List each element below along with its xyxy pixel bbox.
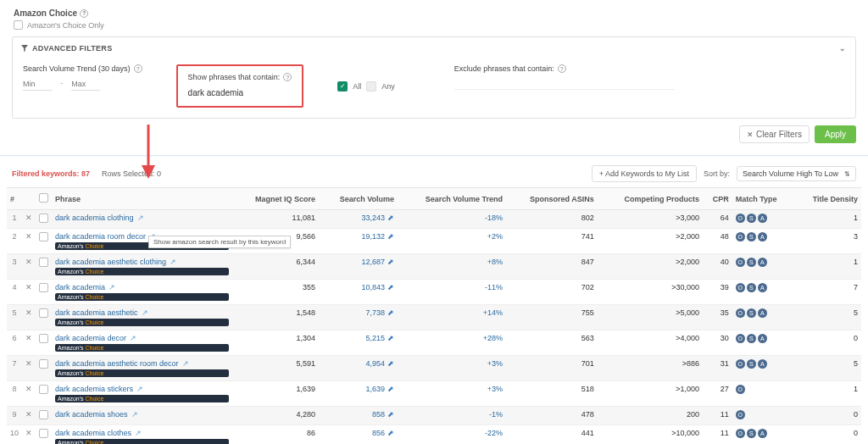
delete-row-button[interactable]: ✕: [22, 330, 36, 356]
delete-row-button[interactable]: ✕: [22, 210, 36, 229]
amazon-choice-only-option[interactable]: Amazon's Choice Only: [14, 20, 856, 30]
delete-row-button[interactable]: ✕: [22, 425, 36, 445]
help-icon[interactable]: ?: [80, 9, 88, 18]
sv-link[interactable]: 19,132 ⬈: [362, 232, 395, 241]
delete-row-button[interactable]: ✕: [22, 229, 36, 254]
cell-sv: 12,687 ⬈: [319, 254, 398, 280]
cell-mt: OSA: [732, 305, 794, 330]
col-cpr[interactable]: CPR: [703, 188, 732, 210]
sv-link[interactable]: 1,639 ⬈: [366, 385, 395, 393]
advanced-filters-toggle[interactable]: ADVANCED FILTERS ⌄: [21, 44, 847, 53]
row-checkbox[interactable]: [36, 280, 52, 305]
sv-link[interactable]: 33,243 ⬈: [362, 214, 395, 222]
help-icon[interactable]: ?: [283, 73, 292, 81]
row-checkbox[interactable]: [36, 407, 52, 425]
cell-comp: >30,000: [598, 280, 703, 305]
keyword-phrase[interactable]: dark academia clothes: [55, 429, 131, 437]
external-link-icon[interactable]: ↗: [108, 283, 115, 291]
row-checkbox[interactable]: [36, 381, 52, 407]
col-iq[interactable]: Magnet IQ Score: [232, 188, 319, 210]
cell-cpr: 11: [703, 425, 732, 445]
help-icon[interactable]: ?: [134, 64, 142, 73]
delete-row-button[interactable]: ✕: [22, 305, 36, 330]
row-checkbox[interactable]: [36, 305, 52, 330]
col-comp[interactable]: Competing Products: [598, 188, 703, 210]
col-num[interactable]: #: [7, 188, 22, 210]
col-mt[interactable]: Match Type: [732, 188, 794, 210]
keyword-phrase[interactable]: dark academia: [55, 283, 105, 291]
row-checkbox[interactable]: [36, 229, 52, 254]
svtrend-max-input[interactable]: [71, 78, 100, 91]
delete-row-button[interactable]: ✕: [22, 407, 36, 425]
col-phrase[interactable]: Phrase: [52, 188, 232, 210]
clear-filters-button[interactable]: ✕ Clear Filters: [739, 125, 810, 143]
cell-iq: 355: [232, 280, 319, 305]
external-link-icon[interactable]: ↗: [170, 258, 176, 266]
row-checkbox[interactable]: [36, 356, 52, 381]
sv-link[interactable]: 858 ⬈: [372, 410, 394, 419]
row-checkbox[interactable]: [36, 210, 52, 229]
col-sv[interactable]: Search Volume: [319, 188, 398, 210]
col-spons[interactable]: Sponsored ASINs: [506, 188, 598, 210]
sv-link[interactable]: 10,843 ⬈: [362, 283, 395, 291]
row-number: 4: [7, 280, 22, 305]
show-phrases-value[interactable]: dark academia: [188, 88, 292, 97]
checkbox-icon[interactable]: [14, 20, 23, 30]
external-link-icon[interactable]: ↗: [142, 308, 148, 317]
keyword-phrase[interactable]: dark academia decor: [55, 334, 126, 342]
table-row: 6✕dark academia decor↗Amazon's Choice1,3…: [7, 330, 861, 356]
apply-button[interactable]: Apply: [815, 125, 856, 143]
external-link-icon[interactable]: ↗: [182, 359, 189, 368]
toggle-all[interactable]: ✓: [337, 81, 348, 92]
match-type-badge: S: [747, 334, 756, 343]
keyword-phrase[interactable]: dark academia aesthetic clothing: [55, 258, 166, 266]
svtrend-min-input[interactable]: [23, 78, 52, 91]
cell-svt: -22%: [398, 425, 506, 445]
cell-mt: OSA: [732, 254, 794, 280]
keyword-phrase[interactable]: dark academia stickers: [55, 385, 133, 393]
highlight-box: Show phrases that contain: ? dark academ…: [176, 64, 304, 108]
cell-phrase: dark academia stickers↗Amazon's Choice: [52, 381, 232, 407]
delete-row-button[interactable]: ✕: [22, 254, 36, 280]
match-type-badge: O: [736, 283, 745, 292]
help-icon[interactable]: ?: [558, 64, 566, 73]
cell-comp: >886: [598, 356, 703, 381]
chart-icon: ⬈: [387, 232, 394, 241]
sv-link[interactable]: 7,738 ⬈: [366, 308, 395, 317]
delete-row-button[interactable]: ✕: [22, 280, 36, 305]
col-td[interactable]: Title Density: [794, 188, 861, 210]
keyword-phrase[interactable]: dark academia aesthetic: [55, 308, 138, 317]
match-type-badge: S: [747, 232, 756, 241]
external-link-icon[interactable]: ↗: [137, 214, 144, 222]
toggle-any[interactable]: [366, 81, 376, 92]
sv-link[interactable]: 4,954 ⬈: [366, 359, 395, 368]
exclude-phrases-input[interactable]: [454, 78, 675, 90]
cell-spons: 701: [506, 356, 598, 381]
external-link-icon[interactable]: ↗: [136, 385, 143, 393]
amazons-choice-badge: Amazon's Choice: [55, 369, 229, 377]
external-link-icon[interactable]: ↗: [131, 410, 138, 419]
add-keywords-button[interactable]: + Add Keywords to My List: [592, 165, 697, 182]
row-checkbox[interactable]: [36, 254, 52, 280]
keyword-phrase[interactable]: dark academia shoes: [55, 410, 128, 419]
include-all-any-toggle[interactable]: ✓ All Any: [337, 81, 395, 92]
row-checkbox[interactable]: [36, 425, 52, 445]
keyword-phrase[interactable]: dark academia room decor: [55, 232, 146, 241]
table-row: 4✕dark academia↗Amazon's Choice35510,843…: [7, 280, 861, 305]
sort-select[interactable]: Search Volume High To Low ⇅: [737, 166, 856, 181]
external-link-icon[interactable]: ↗: [130, 334, 136, 342]
sv-link[interactable]: 5,215 ⬈: [366, 334, 395, 342]
keyword-phrase[interactable]: dark academia clothing: [55, 214, 134, 222]
external-link-icon[interactable]: ↗: [135, 429, 142, 437]
sv-link[interactable]: 856 ⬈: [372, 429, 394, 437]
sv-link[interactable]: 12,687 ⬈: [362, 258, 395, 266]
col-select-all[interactable]: [36, 188, 52, 210]
delete-row-button[interactable]: ✕: [22, 381, 36, 407]
show-phrases-label: Show phrases that contain:: [188, 73, 281, 81]
delete-row-button[interactable]: ✕: [22, 356, 36, 381]
keyword-phrase[interactable]: dark academia aesthetic room decor: [55, 359, 179, 368]
any-label: Any: [381, 82, 395, 91]
chart-icon: ⬈: [387, 258, 394, 266]
row-checkbox[interactable]: [36, 330, 52, 356]
col-svt[interactable]: Search Volume Trend: [398, 188, 506, 210]
